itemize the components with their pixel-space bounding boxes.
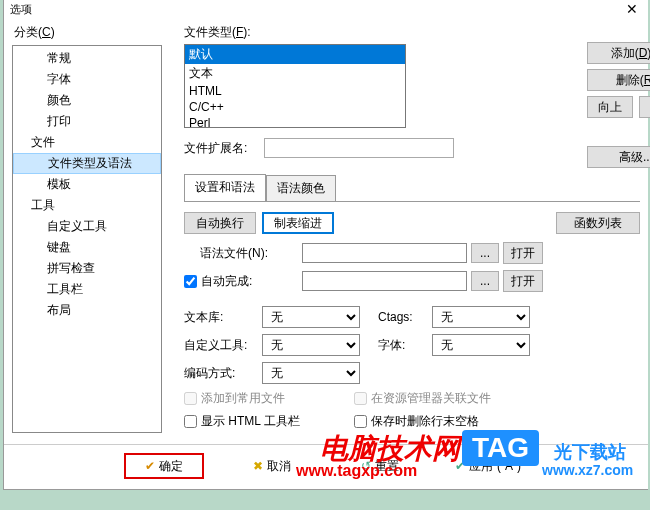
tree-item-general[interactable]: 常规 [13, 48, 161, 69]
up-button[interactable]: 向上 [587, 96, 633, 118]
tree-item-custom-tool[interactable]: 自定义工具 [13, 216, 161, 237]
autowrap-button[interactable]: 自动换行 [184, 212, 256, 234]
syntaxfile-open-button[interactable]: 打开 [503, 242, 543, 264]
show-html-toolbar-checkbox[interactable]: 显示 HTML 工具栏 [184, 413, 354, 430]
tree-item-color[interactable]: 颜色 [13, 90, 161, 111]
tree-item-layout[interactable]: 布局 [13, 300, 161, 321]
tabindent-button[interactable]: 制表缩进 [262, 212, 334, 234]
ctags-select[interactable]: 无 [432, 306, 530, 328]
encoding-select[interactable]: 无 [262, 362, 360, 384]
font-label: 字体: [378, 337, 432, 354]
tab-settings[interactable]: 设置和语法 [184, 174, 266, 201]
close-icon[interactable]: ✕ [622, 1, 642, 17]
reset-button[interactable]: ↺重置 [340, 453, 420, 479]
syntaxfile-label: 语法文件(N): [184, 245, 302, 262]
apply-button[interactable]: ✔应用(A) [448, 453, 528, 479]
explorer-assoc-checkbox[interactable]: 在资源管理器关联文件 [354, 390, 524, 407]
tree-item-template[interactable]: 模板 [13, 174, 161, 195]
advanced-button[interactable]: 高级... [587, 146, 650, 168]
filetype-item-html[interactable]: HTML [185, 83, 405, 99]
syntaxfile-input[interactable] [302, 243, 467, 263]
tree-item-keyboard[interactable]: 键盘 [13, 237, 161, 258]
funclist-button[interactable]: 函数列表 [556, 212, 640, 234]
autocomplete-browse-button[interactable]: ... [471, 271, 499, 291]
autocomplete-row: 自动完成: [184, 273, 302, 290]
sidebar: 分类(C) 常规 字体 颜色 打印 文件 文件类型及语法 模板 工具 自定义工具… [12, 24, 172, 438]
tree-item-filetype-syntax[interactable]: 文件类型及语法 [13, 153, 161, 174]
filetype-item-default[interactable]: 默认 [185, 45, 405, 64]
ok-button[interactable]: ✔确定 [124, 453, 204, 479]
tree-item-toolbar[interactable]: 工具栏 [13, 279, 161, 300]
x-icon: ✖ [253, 459, 263, 473]
tab-syntax-colors[interactable]: 语法颜色 [266, 175, 336, 202]
tab-content: 自动换行 制表缩进 函数列表 语法文件(N): ... 打开 [184, 202, 640, 430]
tree-item-spell[interactable]: 拼写检查 [13, 258, 161, 279]
cancel-button[interactable]: ✖取消 [232, 453, 312, 479]
syntaxfile-browse-button[interactable]: ... [471, 243, 499, 263]
autocomplete-open-button[interactable]: 打开 [503, 270, 543, 292]
titlebar: 选项 ✕ [4, 0, 648, 18]
tree-item-print[interactable]: 打印 [13, 111, 161, 132]
customtool-label: 自定义工具: [184, 337, 262, 354]
preserve-blank-checkbox[interactable]: 保存时删除行末空格 [354, 413, 524, 430]
down-button[interactable]: 向下 [639, 96, 650, 118]
apply-icon: ✔ [455, 459, 465, 473]
filetype-item-perl[interactable]: Perl [185, 115, 405, 128]
add-common-checkbox[interactable]: 添加到常用文件 [184, 390, 354, 407]
footer: ✔确定 ✖取消 ↺重置 ✔应用(A) [4, 444, 648, 479]
delete-button[interactable]: 删除(R) [587, 69, 650, 91]
filetype-item-c[interactable]: C/C++ [185, 99, 405, 115]
sidebar-label: 分类(C) [12, 24, 172, 41]
tree-item-file[interactable]: 文件 [13, 132, 161, 153]
ext-input[interactable] [264, 138, 454, 158]
tree-item-font[interactable]: 字体 [13, 69, 161, 90]
check-icon: ✔ [145, 459, 155, 473]
textlib-label: 文本库: [184, 309, 262, 326]
textlib-select[interactable]: 无 [262, 306, 360, 328]
category-tree[interactable]: 常规 字体 颜色 打印 文件 文件类型及语法 模板 工具 自定义工具 键盘 拼写… [12, 45, 162, 433]
tab-bar: 设置和语法 语法颜色 [184, 174, 640, 201]
options-dialog: 选项 ✕ 分类(C) 常规 字体 颜色 打印 文件 文件类型及语法 模板 工具 … [3, 0, 648, 490]
ctags-label: Ctags: [378, 310, 432, 324]
add-button[interactable]: 添加(D)... [587, 42, 650, 64]
tree-item-tools[interactable]: 工具 [13, 195, 161, 216]
title-text: 选项 [10, 2, 32, 17]
customtool-select[interactable]: 无 [262, 334, 360, 356]
filetype-item-text[interactable]: 文本 [185, 64, 405, 83]
reset-icon: ↺ [361, 459, 371, 473]
autocomplete-input[interactable] [302, 271, 467, 291]
autocomplete-checkbox[interactable]: 自动完成: [184, 273, 302, 290]
filetypes-listbox[interactable]: 默认 文本 HTML C/C++ Perl [184, 44, 406, 128]
main-panel: 文件类型(F): 默认 文本 HTML C/C++ Perl 添加(D)... … [172, 24, 640, 438]
ext-label: 文件扩展名: [184, 140, 264, 157]
encoding-label: 编码方式: [184, 365, 262, 382]
font-select[interactable]: 无 [432, 334, 530, 356]
autocomplete-check-input[interactable] [184, 275, 197, 288]
filetypes-label: 文件类型(F): [184, 24, 640, 41]
